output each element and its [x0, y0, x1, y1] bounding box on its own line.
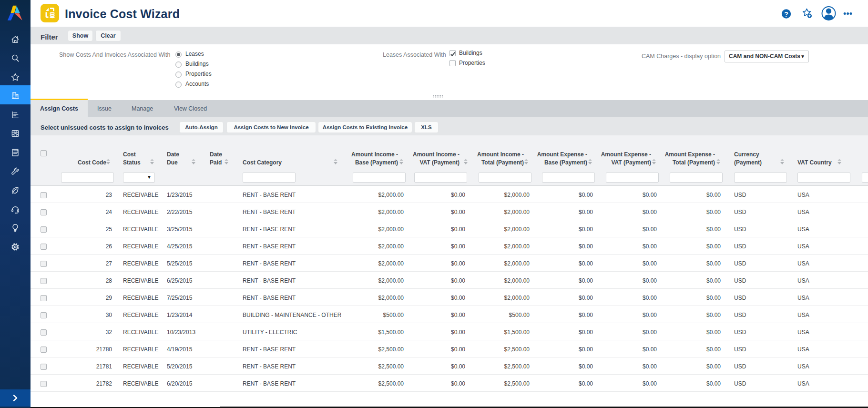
svg-text:?: ?: [784, 10, 788, 18]
